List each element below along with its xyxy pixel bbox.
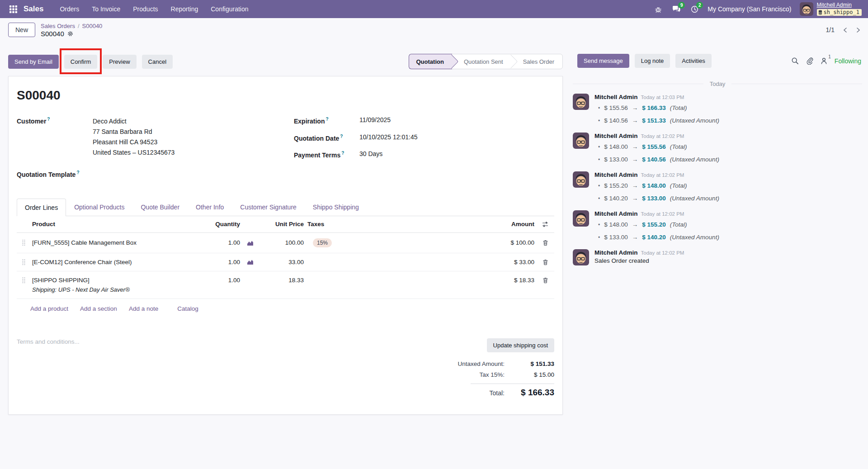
log-note-button[interactable]: Log note xyxy=(635,54,670,68)
breadcrumb: Sales Orders / S00040 S00040 xyxy=(41,23,102,38)
product-cell[interactable]: [E-COM12] Conference Chair (Steel) xyxy=(30,253,199,271)
table-footer-links: Add a product Add a section Add a note C… xyxy=(17,299,554,319)
menu-to-invoice[interactable]: To Invoice xyxy=(86,3,126,15)
amount-cell: $ 33.00 xyxy=(387,253,536,271)
menu-products[interactable]: Products xyxy=(127,3,163,15)
drag-handle-icon[interactable] xyxy=(17,253,30,271)
tracking-change: • $ 133.00 → $ 140.20 (Untaxed Amount) xyxy=(594,231,862,244)
tracking-change: • $ 133.00 → $ 140.56 (Untaxed Amount) xyxy=(594,153,862,166)
header-product[interactable]: Product xyxy=(30,216,199,232)
delete-line-icon[interactable] xyxy=(536,253,554,271)
drag-handle-icon[interactable] xyxy=(17,271,30,289)
customer-field[interactable]: Deco Addict xyxy=(93,116,175,127)
database-name: sh_shippo_1 xyxy=(824,9,859,15)
message-time: Today at 12:03 PM xyxy=(641,95,684,100)
preview-button[interactable]: Preview xyxy=(103,55,136,69)
delete-line-icon[interactable] xyxy=(536,271,554,289)
status-step-quotation[interactable]: Quotation xyxy=(409,54,452,69)
tax-badge[interactable]: 15% xyxy=(313,238,332,247)
product-cell[interactable]: [FURN_5555] Cable Management Box xyxy=(30,234,199,251)
customer-address-line3: United States – US12345673 xyxy=(93,147,175,158)
message-avatar xyxy=(573,94,589,110)
update-shipping-cost-button[interactable]: Update shipping cost xyxy=(487,338,554,352)
quantity-cell[interactable]: 1.00 xyxy=(199,234,242,251)
unit-price-cell[interactable]: 100.00 xyxy=(258,234,306,251)
cancel-button[interactable]: Cancel xyxy=(142,55,173,69)
send-by-email-button[interactable]: Send by Email xyxy=(8,55,59,69)
forecast-chart-icon[interactable] xyxy=(242,253,258,270)
messages-icon-button[interactable]: 9 xyxy=(671,4,681,14)
amount-cell: $ 18.33 xyxy=(387,271,536,289)
top-navbar: Sales Orders To Invoice Products Reporti… xyxy=(0,0,868,18)
tracking-change: • $ 148.00 → $ 155.20 (Total) xyxy=(594,218,862,231)
app-name[interactable]: Sales xyxy=(24,5,43,14)
header-unit-price[interactable]: Unit Price xyxy=(258,216,306,232)
actions-gear-icon[interactable] xyxy=(67,31,73,37)
order-line-row: [SHIPPO SHIPPING] 1.00 18.33 $ 18.33 Shi… xyxy=(17,271,554,299)
quantity-cell[interactable]: 1.00 xyxy=(199,271,242,289)
add-note-link[interactable]: Add a note xyxy=(129,305,158,312)
search-messages-icon[interactable] xyxy=(791,57,799,65)
tracking-change: • $ 155.56 → $ 166.33 (Total) xyxy=(594,102,862,114)
user-menu[interactable]: Mitchell Admin sh_shippo_1 xyxy=(800,2,862,16)
arrow-icon: → xyxy=(632,218,638,231)
attachments-icon[interactable] xyxy=(806,57,813,65)
quotation-date-field[interactable]: 10/10/2025 12:01:45 xyxy=(359,133,417,142)
drag-handle-icon[interactable] xyxy=(17,234,30,251)
table-header-row: Product Quantity Unit Price Taxes Amount xyxy=(17,216,554,233)
status-step-quotation-sent[interactable]: Quotation Sent xyxy=(452,54,511,69)
forecast-chart-icon[interactable] xyxy=(242,234,258,251)
database-icon xyxy=(818,10,822,15)
add-product-link[interactable]: Add a product xyxy=(30,305,68,312)
pager-previous-icon[interactable] xyxy=(843,27,848,33)
debug-bug-icon[interactable] xyxy=(653,4,663,14)
terms-and-conditions-input[interactable]: Terms and conditions... xyxy=(17,338,80,402)
order-line-row: [FURN_5555] Cable Management Box 1.00 10… xyxy=(17,233,554,253)
user-avatar xyxy=(800,2,813,16)
arrow-icon: → xyxy=(632,192,638,204)
header-taxes[interactable]: Taxes xyxy=(306,216,387,232)
header-quantity[interactable]: Quantity xyxy=(199,216,242,232)
followers-icon[interactable]: 1 xyxy=(820,57,828,65)
add-section-link[interactable]: Add a section xyxy=(80,305,117,312)
tab-other-info[interactable]: Other Info xyxy=(188,198,232,216)
following-toggle[interactable]: Following xyxy=(835,57,861,65)
breadcrumb-current[interactable]: S00040 xyxy=(82,23,103,29)
tab-quote-builder[interactable]: Quote Builder xyxy=(132,198,188,216)
catalog-link[interactable]: Catalog xyxy=(177,305,198,312)
confirm-button[interactable]: Confirm xyxy=(64,55,98,69)
menu-configuration[interactable]: Configuration xyxy=(205,3,254,15)
order-line-row: [E-COM12] Conference Chair (Steel) 1.00 … xyxy=(17,253,554,271)
expiration-label: Expiration? xyxy=(294,116,359,125)
tab-customer-signature[interactable]: Customer Signature xyxy=(232,198,305,216)
apps-menu-icon[interactable] xyxy=(5,1,21,17)
breadcrumb-sales-orders[interactable]: Sales Orders xyxy=(41,23,75,29)
sales-order-sheet: S00040 Customer? Deco Addict 77 Santa Ba… xyxy=(8,76,563,415)
company-switcher[interactable]: My Company (San Francisco) xyxy=(708,5,791,13)
activities-button[interactable]: Activities xyxy=(675,54,711,68)
optional-columns-icon[interactable] xyxy=(536,216,554,232)
send-message-button[interactable]: Send message xyxy=(577,54,629,68)
expiration-field[interactable]: 11/09/2025 xyxy=(359,116,391,125)
activities-badge: 2 xyxy=(696,2,703,9)
unit-price-cell[interactable]: 18.33 xyxy=(258,271,306,289)
pager: 1/1 xyxy=(826,26,861,33)
customer-address-line1: 77 Santa Barbara Rd xyxy=(93,127,175,137)
quantity-cell[interactable]: 1.00 xyxy=(199,253,242,271)
tab-order-lines[interactable]: Order Lines xyxy=(17,199,66,216)
pager-next-icon[interactable] xyxy=(856,27,861,33)
menu-reporting[interactable]: Reporting xyxy=(165,3,204,15)
message-author: Mitchell Admin xyxy=(594,171,638,178)
menu-orders[interactable]: Orders xyxy=(54,3,85,15)
unit-price-cell[interactable]: 33.00 xyxy=(258,253,306,271)
header-amount[interactable]: Amount xyxy=(387,216,536,232)
delete-line-icon[interactable] xyxy=(536,234,554,251)
new-button[interactable]: New xyxy=(8,23,35,37)
chatter-message: Mitchell Admin Today at 12:02 PM • $ 148… xyxy=(573,133,862,166)
payment-terms-field[interactable]: 30 Days xyxy=(359,150,382,159)
tab-optional-products[interactable]: Optional Products xyxy=(66,198,132,216)
status-step-sales-order[interactable]: Sales Order xyxy=(511,54,562,69)
activities-icon-button[interactable]: 2 xyxy=(689,4,699,14)
chatter-message: Mitchell Admin Today at 12:03 PM • $ 155… xyxy=(573,94,862,127)
tab-shippo-shipping[interactable]: Shippo Shipping xyxy=(305,198,367,216)
